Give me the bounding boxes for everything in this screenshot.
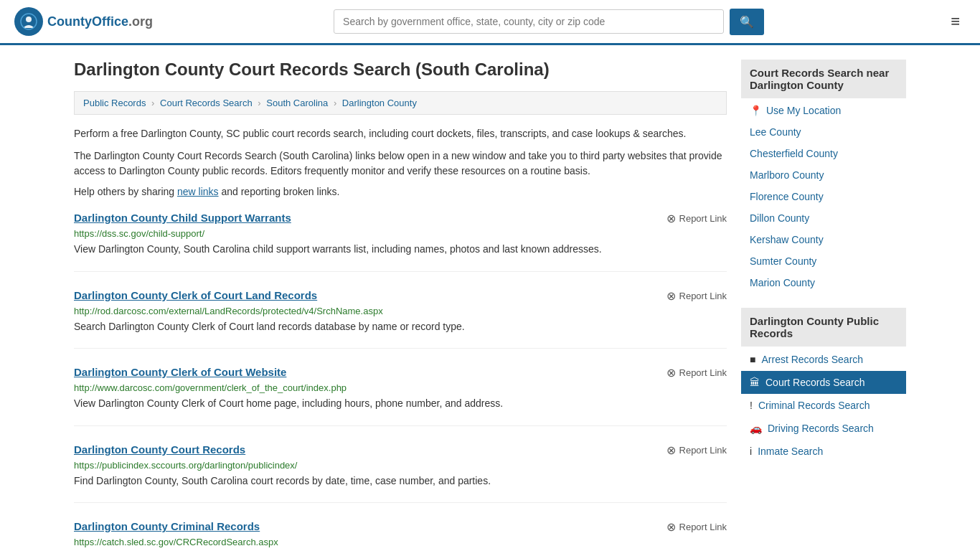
county-item[interactable]: Marion County [741,272,906,293]
sidebar: Court Records Search near Darlington Cou… [741,60,906,551]
county-link[interactable]: Chesterfield County [750,148,838,159]
public-records-header: Darlington County Public Records [741,308,906,347]
search-button[interactable]: 🔍 [730,9,764,35]
link-entry: Darlington County Criminal Records ⊗ Rep… [74,520,727,551]
report-icon: ⊗ [666,443,676,457]
pub-icon: ! [750,400,753,411]
logo: CountyOffice.org [14,7,153,36]
link-title[interactable]: Darlington County Clerk of Court Land Re… [74,289,317,301]
report-link-btn[interactable]: ⊗ Report Link [666,289,727,303]
link-title[interactable]: Darlington County Child Support Warrants [74,212,291,224]
link-entry: Darlington County Clerk of Court Website… [74,366,727,426]
search-bar: 🔍 [334,9,764,35]
county-link[interactable]: Lee County [750,126,801,138]
county-link[interactable]: Marion County [750,277,815,288]
new-links[interactable]: new links [177,186,219,197]
report-link-btn[interactable]: ⊗ Report Link [666,443,727,457]
report-label: Report Link [679,367,727,378]
pub-icon: 🏛 [750,377,760,388]
logo-text: CountyOffice.org [47,14,153,29]
description-2: The Darlington County Court Records Sear… [74,149,727,179]
link-url: https://dss.sc.gov/child-support/ [74,228,727,239]
breadcrumb-south-carolina[interactable]: South Carolina [266,98,328,108]
report-link-btn[interactable]: ⊗ Report Link [666,520,727,534]
link-desc: View Darlington County, South Carolina c… [74,242,727,257]
pub-record-link[interactable]: Driving Records Search [768,423,874,434]
main-container: Darlington County Court Records Search (… [60,45,920,551]
pub-record-item-3[interactable]: 🚗 Driving Records Search [741,417,906,440]
menu-button[interactable]: ≡ [945,9,966,34]
county-link[interactable]: Sumter County [750,255,816,267]
link-entries: Darlington County Child Support Warrants… [74,212,727,551]
report-icon: ⊗ [666,366,676,380]
link-entry: Darlington County Court Records ⊗ Report… [74,443,727,504]
link-url: http://rod.darcosc.com/external/LandReco… [74,306,727,316]
report-link-btn[interactable]: ⊗ Report Link [666,366,727,380]
content-area: Darlington County Court Records Search (… [74,60,727,551]
county-link[interactable]: Dillon County [750,212,809,224]
breadcrumb-public-records[interactable]: Public Records [83,98,146,108]
nearby-header: Court Records Search near Darlington Cou… [741,60,906,98]
pub-record-link[interactable]: Arrest Records Search [761,354,863,365]
breadcrumb-court-records[interactable]: Court Records Search [160,98,253,108]
link-url: https://catch.sled.sc.gov/CRCRecordSearc… [74,537,727,547]
pub-record-link[interactable]: Criminal Records Search [758,400,870,411]
link-title[interactable]: Darlington County Criminal Records [74,520,260,532]
pub-record-link[interactable]: Court Records Search [765,377,865,388]
location-icon: 📍 [750,105,762,116]
county-link[interactable]: Kershaw County [750,234,824,245]
report-icon: ⊗ [666,289,676,303]
link-desc: View Darlington County Clerk of Court ho… [74,397,727,411]
report-icon: ⊗ [666,520,676,534]
report-label: Report Link [679,213,727,224]
county-item[interactable]: Marlboro County [741,164,906,186]
public-records-list: ■ Arrest Records Search 🏛 Court Records … [741,348,906,463]
report-label: Report Link [679,291,727,301]
page-title: Darlington County Court Records Search (… [74,60,727,80]
pub-icon: ■ [750,354,755,365]
logo-icon [14,7,43,36]
link-desc: Find Darlington County, South Carolina c… [74,474,727,489]
pub-record-item-0[interactable]: ■ Arrest Records Search [741,348,906,371]
report-label: Report Link [679,522,727,532]
description-1: Perform a free Darlington County, SC pub… [74,126,727,141]
svg-point-1 [26,17,32,22]
breadcrumb-darlington[interactable]: Darlington County [342,98,417,108]
link-title[interactable]: Darlington County Clerk of Court Website [74,366,286,378]
county-list: Lee CountyChesterfield CountyMarlboro Co… [741,121,906,293]
pub-icon: 🚗 [750,423,762,434]
link-desc: Search Darlington County Clerk of Court … [74,320,727,334]
share-line: Help others by sharing new links and rep… [74,186,727,197]
search-input[interactable] [334,9,724,34]
link-entry: Darlington County Clerk of Court Land Re… [74,289,727,349]
pub-record-item-4[interactable]: i Inmate Search [741,440,906,463]
public-records-section: Darlington County Public Records ■ Arres… [741,308,906,463]
header-right: ≡ [945,9,966,34]
link-url: http://www.darcosc.com/government/clerk_… [74,382,727,393]
link-title[interactable]: Darlington County Court Records [74,443,245,456]
county-link[interactable]: Marlboro County [750,169,824,181]
report-label: Report Link [679,445,727,456]
link-url: https://publicindex.sccourts.org/darling… [74,460,727,471]
county-item[interactable]: Chesterfield County [741,143,906,164]
report-icon: ⊗ [666,212,676,225]
pub-record-item-2[interactable]: ! Criminal Records Search [741,394,906,417]
use-location-link[interactable]: Use My Location [766,105,841,116]
county-item[interactable]: Florence County [741,186,906,207]
link-entry: Darlington County Child Support Warrants… [74,212,727,272]
pub-icon: i [750,446,752,457]
nearby-section: Court Records Search near Darlington Cou… [741,60,906,293]
pub-record-link[interactable]: Inmate Search [758,446,823,457]
breadcrumb: Public Records › Court Records Search › … [74,91,727,115]
county-item[interactable]: Kershaw County [741,229,906,250]
site-header: CountyOffice.org 🔍 ≡ [0,0,980,45]
use-location[interactable]: 📍 Use My Location [741,100,906,121]
pub-record-item-1[interactable]: 🏛 Court Records Search [741,371,906,394]
county-link[interactable]: Florence County [750,191,824,202]
county-item[interactable]: Lee County [741,121,906,143]
county-item[interactable]: Dillon County [741,207,906,229]
report-link-btn[interactable]: ⊗ Report Link [666,212,727,225]
county-item[interactable]: Sumter County [741,250,906,272]
